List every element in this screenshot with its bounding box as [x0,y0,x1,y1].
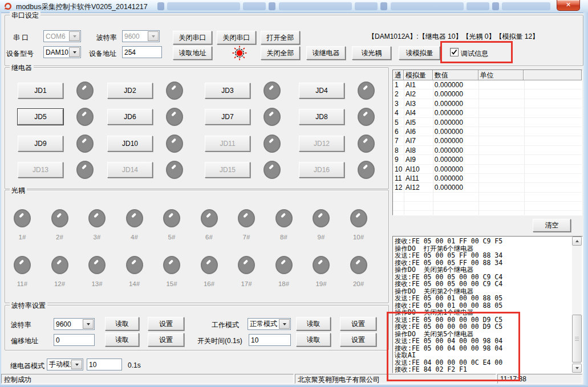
table-cell: 11 [393,174,404,182]
table-cell: 0.000000 [433,99,478,108]
table-cell: 3 [393,99,404,108]
work-mode-read-button[interactable]: 读取 [296,317,331,331]
relay-button-jd8[interactable]: JD8 [299,109,344,125]
close-all-button[interactable]: 关闭全部 [261,46,300,60]
log-line: 发送:FE 05 00 05 FF 00 88 34 [395,252,582,259]
opto-led [88,256,106,274]
opto-label: 10# [347,234,370,241]
checkbox-check-icon [451,49,457,55]
table-row [393,202,582,211]
app-window: modbus采集控制卡软件V0205_20141217 ✕ 串口设定 串 口 C… [0,0,588,387]
table-column-line [478,80,479,215]
opto-label: 3# [86,234,108,241]
table-cell: AI2 [404,89,433,98]
relay-indicator-led [76,82,94,100]
relay-button-jd9[interactable]: JD9 [18,136,63,152]
port-combo[interactable]: COM6 [43,30,81,42]
read-opto-button[interactable]: 读光耦 [352,46,391,60]
opto-led [238,256,255,274]
opto-led [88,209,106,227]
clear-log-button[interactable]: 清空 [533,219,571,232]
scroll-up-button[interactable] [572,237,582,246]
opto-led [163,209,180,227]
log-line: 操作DO 关闭第6个继电器 [395,266,582,274]
relay-mode-combo[interactable]: 手动模式 [47,359,83,370]
table-cell: AI8 [404,146,433,154]
baud-setting-combo[interactable]: 9600 [54,318,95,330]
offset-set-button[interactable]: 设置 [148,333,184,347]
titlebar-blur-shape [467,2,489,10]
log-scrollbar[interactable] [572,237,582,373]
baud-label: 波特率 [96,33,117,43]
opto-led [14,256,31,274]
opto-label: 20# [347,280,370,287]
read-addr-button[interactable]: 读取地址 [173,46,212,60]
chevron-down-icon [69,47,80,57]
table-cell: 10 [393,165,404,173]
relay-button-jd12[interactable]: JD12 [299,136,344,152]
relay-button-jd7[interactable]: JD7 [205,109,250,125]
offset-addr-input[interactable] [54,334,95,346]
table-cell [478,118,524,127]
baud-set-button[interactable]: 设置 [148,317,184,331]
titlebar-blur-shape [157,2,164,10]
opto-led [163,256,180,274]
device-addr-input[interactable] [122,46,162,58]
table-cell [404,193,433,201]
analog-table-header-cell [524,70,582,80]
relay-button-jd2[interactable]: JD2 [107,83,153,99]
relay-indicator-led [76,161,94,179]
relay-button-jd3[interactable]: JD3 [205,83,250,99]
open-all-button[interactable]: 打开全部 [261,31,300,44]
relay-button-jd13[interactable]: JD13 [18,162,63,178]
read-relay-button[interactable]: 读继电器 [306,46,346,60]
table-row: 11AI110.000000 [393,174,582,183]
offset-read-button[interactable]: 读取 [105,333,139,347]
relay-button-jd6[interactable]: JD6 [107,109,153,125]
company-name: 北京聚英翱翔电子有限公司 [295,374,496,384]
debug-info-checkbox[interactable] [450,48,459,56]
relay-indicator-led [358,82,375,100]
close-serial-button-2[interactable]: 关闭串口 [217,31,256,44]
opto-led [238,209,255,227]
opto-label: 11# [11,280,34,287]
table-cell: 0.000000 [433,165,478,173]
debug-log[interactable]: 接收:FE 05 00 01 FF 00 C9 F5操作DO 打开第6个继电器发… [392,236,583,373]
table-cell [524,127,582,136]
work-mode-value: 正常模式 [248,319,278,329]
scrollbar-thumb[interactable] [572,315,582,362]
relay-button-jd1[interactable]: JD1 [18,83,63,99]
close-serial-button-1[interactable]: 关闭串口 [173,31,212,44]
relay-button-jd15[interactable]: JD15 [205,162,250,178]
relay-mode-time-input[interactable] [87,359,122,370]
read-analog-button[interactable]: 读模拟量 [399,46,440,60]
work-mode-set-button[interactable]: 设置 [340,317,376,331]
table-cell [478,183,524,192]
port-combo-value: COM6 [44,32,68,40]
opto-label: 9# [310,234,332,241]
table-column-line [433,80,433,215]
device-model-combo[interactable]: DAM1012A [43,46,81,58]
switch-time-input[interactable] [249,334,291,346]
work-mode-combo[interactable]: 正常模式 [248,318,291,330]
switch-time-read-button[interactable]: 读取 [296,333,331,347]
table-cell: 0.000000 [433,89,478,98]
relay-button-jd11[interactable]: JD11 [205,136,250,152]
opto-led [275,209,293,227]
table-cell: 0.000000 [433,155,478,164]
baud-read-button[interactable]: 读取 [105,317,139,331]
baud-combo[interactable]: 9600 [122,30,160,42]
relay-button-jd14[interactable]: JD14 [107,162,153,178]
table-cell [524,146,582,154]
switch-time-set-button[interactable]: 设置 [340,333,376,347]
relay-button-jd5[interactable]: JD5 [18,109,63,125]
opto-label: 12# [48,280,71,287]
window-border-left [0,13,1,385]
relay-button-jd16[interactable]: JD16 [299,162,344,178]
table-cell: 5 [393,118,404,127]
scroll-down-button[interactable] [572,364,582,373]
opto-label: 8# [273,234,295,241]
relay-button-jd4[interactable]: JD4 [299,83,344,99]
close-button[interactable]: ✕ [557,0,580,11]
relay-button-jd10[interactable]: JD10 [107,136,153,152]
